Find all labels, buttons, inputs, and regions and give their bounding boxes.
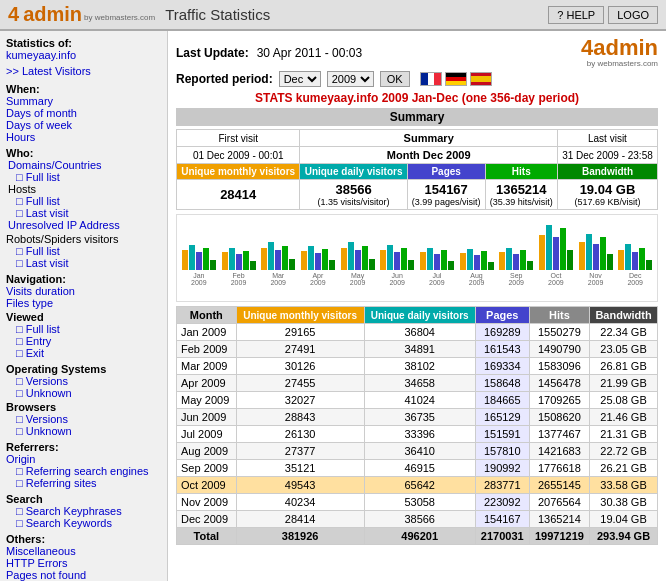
sidebar-item-browsers-unknown[interactable]: □ Unknown <box>6 425 161 437</box>
table-cell: 165129 <box>475 409 529 426</box>
table-cell: 28843 <box>236 409 364 426</box>
chart-month-label: Jun2009 <box>389 272 405 287</box>
chart-bar <box>250 261 256 270</box>
sidebar-item-last-visit[interactable]: □ Last visit <box>6 207 161 219</box>
chart-bar <box>639 248 645 270</box>
sidebar-item-days-month[interactable]: Days of month <box>6 107 161 119</box>
chart-col-9: Oct2009 <box>536 225 576 287</box>
chart-col-7: Aug2009 <box>457 249 497 287</box>
table-cell: 169334 <box>475 358 529 375</box>
chart-col-10: Nov2009 <box>576 234 616 287</box>
sidebar-item-robots-last[interactable]: □ Last visit <box>6 257 161 269</box>
main-content: Last Update: 30 Apr 2011 - 00:03 4admin … <box>168 31 666 581</box>
sidebar-item-os-unknown[interactable]: □ Unknown <box>6 387 161 399</box>
logo-button[interactable]: LOGO <box>608 6 658 24</box>
first-visit-header: First visit <box>177 130 300 147</box>
help-button[interactable]: ? HELP <box>548 6 604 24</box>
chart-bar <box>420 252 426 270</box>
sidebar-item-hosts-full[interactable]: □ Full list <box>6 195 161 207</box>
sidebar-item-misc[interactable]: Miscellaneous <box>6 545 161 557</box>
sidebar-item-hours[interactable]: Hours <box>6 131 161 143</box>
table-cell: 34891 <box>364 341 475 358</box>
app-header: 4 admin by webmasters.com Traffic Statis… <box>0 0 666 31</box>
first-visit-value: 01 Dec 2009 - 00:01 <box>177 147 300 164</box>
sidebar-item-pages-not-found[interactable]: Pages not found <box>6 569 161 581</box>
th-hits: Hits <box>529 307 589 324</box>
chart-bar <box>560 228 566 270</box>
table-cell: 27377 <box>236 443 364 460</box>
table-cell: 25.08 GB <box>590 392 658 409</box>
section-title: Summary <box>176 108 658 126</box>
sidebar-item-os-versions[interactable]: □ Versions <box>6 375 161 387</box>
chart-col-3: Apr2009 <box>298 246 338 287</box>
latest-visitors-link[interactable]: >> Latest Visitors <box>6 65 161 77</box>
table-cell: Jul 2009 <box>177 426 237 443</box>
chart-bar <box>427 248 433 270</box>
sidebar-item-exit[interactable]: □ Exit <box>6 347 161 359</box>
when-section: When: <box>6 83 161 95</box>
stats-table: Month Unique monthly visitors Unique dai… <box>176 306 658 545</box>
year-select[interactable]: 2009 <box>327 71 374 87</box>
os-section: Operating Systems <box>6 363 161 375</box>
table-cell: Oct 2009 <box>177 477 237 494</box>
sidebar-item-summary[interactable]: Summary <box>6 95 161 107</box>
month-select[interactable]: Dec <box>279 71 321 87</box>
search-section: Search <box>6 493 161 505</box>
sidebar-item-http-errors[interactable]: HTTP Errors <box>6 557 161 569</box>
table-cell: 32027 <box>236 392 364 409</box>
chart-month-label: Jan2009 <box>191 272 207 287</box>
sidebar-item-entry[interactable]: □ Entry <box>6 335 161 347</box>
table-cell: 65642 <box>364 477 475 494</box>
sidebar-item-viewed-full[interactable]: □ Full list <box>6 323 161 335</box>
header-title: Traffic Statistics <box>165 6 270 23</box>
table-cell: 53058 <box>364 494 475 511</box>
sidebar-item-referring-sites[interactable]: □ Referring sites <box>6 477 161 489</box>
chart-bar <box>182 250 188 270</box>
table-cell: 1490790 <box>529 341 589 358</box>
flag-container <box>420 72 492 86</box>
robots-section: Robots/Spiders visitors <box>6 233 161 245</box>
table-cell: 2655145 <box>529 477 589 494</box>
sidebar-item-keywords[interactable]: □ Search Keywords <box>6 517 161 529</box>
total-cell: 293.94 GB <box>590 528 658 545</box>
table-cell: 26130 <box>236 426 364 443</box>
chart-bar <box>322 249 328 270</box>
table-cell: 1550279 <box>529 324 589 341</box>
table-cell: 1365214 <box>529 511 589 528</box>
sidebar-item-search-engines[interactable]: □ Referring search engines <box>6 465 161 477</box>
table-cell: Jun 2009 <box>177 409 237 426</box>
sidebar-site[interactable]: kumeyaay.info <box>6 49 161 61</box>
bandwidth-header: Bandwidth <box>557 164 657 180</box>
table-cell: 36804 <box>364 324 475 341</box>
chart-bar <box>243 251 249 270</box>
sidebar-item-days-week[interactable]: Days of week <box>6 119 161 131</box>
chart-bar <box>481 251 487 270</box>
sidebar-item-robots-full[interactable]: □ Full list <box>6 245 161 257</box>
chart-bar <box>553 237 559 270</box>
table-cell: 22.72 GB <box>590 443 658 460</box>
sidebar-item-origin[interactable]: Origin <box>6 453 161 465</box>
chart-bar <box>513 254 519 270</box>
th-unique-monthly: Unique monthly visitors <box>236 307 364 324</box>
table-cell: 27455 <box>236 375 364 392</box>
pages-main: 154167 <box>412 182 481 197</box>
sidebar-item-files-type[interactable]: Files type <box>6 297 161 309</box>
sidebar-item-domains[interactable]: Domains/Countries <box>6 159 161 171</box>
table-cell: 157810 <box>475 443 529 460</box>
sidebar-item-domains-full[interactable]: □ Full list <box>6 171 161 183</box>
last-visit-header: Last visit <box>557 130 657 147</box>
table-cell: 151591 <box>475 426 529 443</box>
sidebar-item-unresolved[interactable]: Unresolved IP Address <box>6 219 161 231</box>
sidebar-item-browsers-versions[interactable]: □ Versions <box>6 413 161 425</box>
sidebar-item-keyphrases[interactable]: □ Search Keyphrases <box>6 505 161 517</box>
hits-main: 1365214 <box>490 182 553 197</box>
table-cell: 21.46 GB <box>590 409 658 426</box>
chart-month-label: Sep2009 <box>508 272 524 287</box>
unique-daily-main: 38566 <box>304 182 402 197</box>
chart-bar <box>646 260 652 270</box>
table-cell: 36735 <box>364 409 475 426</box>
total-cell: 19971219 <box>529 528 589 545</box>
sidebar-item-visits-duration[interactable]: Visits duration <box>6 285 161 297</box>
ok-button[interactable]: OK <box>380 71 410 87</box>
table-cell: 21.31 GB <box>590 426 658 443</box>
